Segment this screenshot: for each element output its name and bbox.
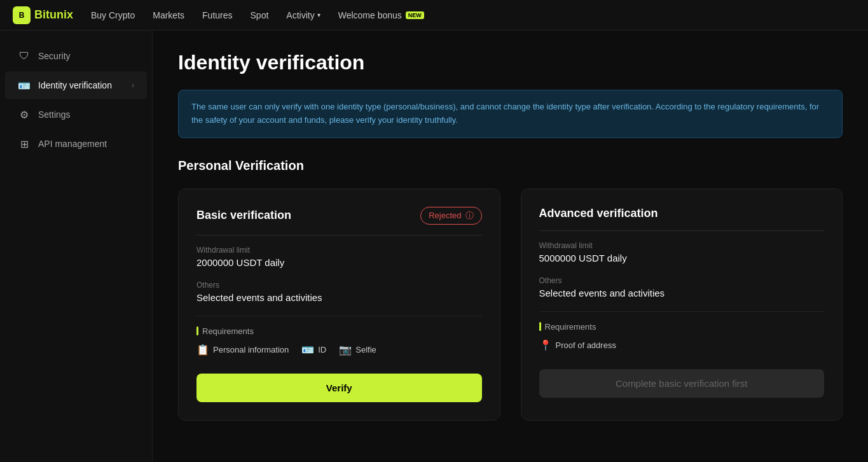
advanced-requirements-title: Requirements bbox=[539, 322, 825, 332]
basic-others-value: Selected events and activities bbox=[196, 292, 482, 303]
advanced-others-row: Others Selected events and activities bbox=[539, 276, 825, 298]
camera-icon: 📷 bbox=[339, 344, 352, 356]
sidebar-label-api: API management bbox=[38, 139, 134, 149]
advanced-card-title: Advanced verification bbox=[539, 207, 658, 220]
basic-withdrawal-row: Withdrawal limit 2000000 USDT daily bbox=[196, 246, 482, 268]
req-personal-info-label: Personal information bbox=[213, 345, 289, 354]
info-banner: The same user can only verify with one i… bbox=[178, 90, 843, 138]
logo-icon: B bbox=[13, 6, 31, 24]
req-proof-label: Proof of address bbox=[556, 340, 616, 350]
advanced-card-header: Advanced verification bbox=[539, 207, 825, 231]
shield-icon: 🛡 bbox=[18, 50, 31, 62]
id-card-icon: 🪪 bbox=[18, 79, 31, 92]
advanced-withdrawal-row: Withdrawal limit 5000000 USDT daily bbox=[539, 241, 825, 263]
nav-buy-crypto[interactable]: Buy Crypto bbox=[91, 10, 135, 20]
verify-button[interactable]: Verify bbox=[196, 374, 482, 402]
grid-icon: ⊞ bbox=[18, 137, 31, 150]
basic-divider bbox=[196, 316, 482, 316]
nav-spot[interactable]: Spot bbox=[251, 10, 269, 20]
main-content: Identity verification The same user can … bbox=[153, 31, 868, 462]
logo[interactable]: B Bitunix bbox=[13, 6, 73, 24]
nav-futures[interactable]: Futures bbox=[202, 10, 232, 20]
rejected-label: Rejected bbox=[429, 211, 461, 220]
sidebar-label-identity: Identity verification bbox=[38, 80, 124, 90]
req-proof-of-address: 📍 Proof of address bbox=[539, 339, 616, 351]
basic-others-row: Others Selected events and activities bbox=[196, 281, 482, 303]
sidebar-item-settings[interactable]: ⚙ Settings bbox=[5, 101, 147, 129]
advanced-req-items: 📍 Proof of address bbox=[539, 339, 825, 351]
sidebar-item-api-management[interactable]: ⊞ API management bbox=[5, 130, 147, 158]
req-id-label: ID bbox=[318, 345, 326, 354]
complete-basic-first-button: Complete basic verification first bbox=[539, 369, 825, 398]
req-selfie-label: Selfie bbox=[355, 345, 376, 354]
basic-withdrawal-label: Withdrawal limit bbox=[196, 246, 482, 255]
proof-address-icon: 📍 bbox=[539, 339, 552, 351]
gear-icon: ⚙ bbox=[18, 108, 31, 121]
verification-cards: Basic verification Rejected ⓘ Withdrawal… bbox=[178, 188, 843, 421]
top-navigation: B Bitunix Buy Crypto Markets Futures Spo… bbox=[0, 0, 868, 31]
req-selfie: 📷 Selfie bbox=[339, 344, 376, 356]
basic-card-footer: Verify bbox=[196, 374, 482, 402]
advanced-requirements: Requirements 📍 Proof of address bbox=[539, 322, 825, 351]
new-badge: NEW bbox=[406, 11, 424, 19]
sidebar-label-security: Security bbox=[38, 51, 134, 61]
req-id: 🪪 ID bbox=[301, 344, 326, 356]
basic-requirements: Requirements 📋 Personal information 🪪 ID bbox=[196, 326, 482, 356]
page-layout: 🛡 Security 🪪 Identity verification › ⚙ S… bbox=[0, 31, 868, 462]
document-icon: 📋 bbox=[196, 344, 209, 356]
advanced-withdrawal-value: 5000000 USDT daily bbox=[539, 253, 825, 263]
logo-text: Bitunix bbox=[34, 8, 73, 22]
chevron-down-icon: ▾ bbox=[317, 11, 320, 18]
rejected-badge: Rejected ⓘ bbox=[420, 207, 481, 225]
advanced-card-footer: Complete basic verification first bbox=[539, 369, 825, 398]
nav-activity[interactable]: Activity ▾ bbox=[286, 10, 320, 20]
basic-others-label: Others bbox=[196, 281, 482, 290]
advanced-verification-card: Advanced verification Withdrawal limit 5… bbox=[521, 188, 843, 421]
section-title: Personal Verification bbox=[178, 158, 843, 173]
basic-req-items: 📋 Personal information 🪪 ID 📷 Selfie bbox=[196, 344, 482, 356]
advanced-withdrawal-label: Withdrawal limit bbox=[539, 241, 825, 250]
basic-verification-card: Basic verification Rejected ⓘ Withdrawal… bbox=[178, 188, 500, 421]
page-title: Identity verification bbox=[178, 51, 843, 74]
sidebar-item-security[interactable]: 🛡 Security bbox=[5, 42, 147, 70]
sidebar: 🛡 Security 🪪 Identity verification › ⚙ S… bbox=[0, 31, 153, 462]
basic-card-header: Basic verification Rejected ⓘ bbox=[196, 207, 482, 235]
nav-markets[interactable]: Markets bbox=[153, 10, 184, 20]
req-personal-info: 📋 Personal information bbox=[196, 344, 289, 356]
basic-requirements-title: Requirements bbox=[196, 326, 482, 336]
sidebar-label-settings: Settings bbox=[38, 109, 134, 120]
chevron-right-icon: › bbox=[132, 81, 134, 90]
nav-welcome-bonus[interactable]: Welcome bonus NEW bbox=[338, 10, 424, 20]
advanced-others-label: Others bbox=[539, 276, 825, 285]
info-circle-icon: ⓘ bbox=[465, 210, 474, 221]
advanced-divider bbox=[539, 311, 825, 312]
sidebar-item-identity-verification[interactable]: 🪪 Identity verification › bbox=[5, 71, 147, 99]
advanced-others-value: Selected events and activities bbox=[539, 288, 825, 298]
basic-withdrawal-value: 2000000 USDT daily bbox=[196, 257, 482, 268]
id-icon: 🪪 bbox=[301, 344, 314, 356]
basic-card-title: Basic verification bbox=[196, 209, 291, 222]
